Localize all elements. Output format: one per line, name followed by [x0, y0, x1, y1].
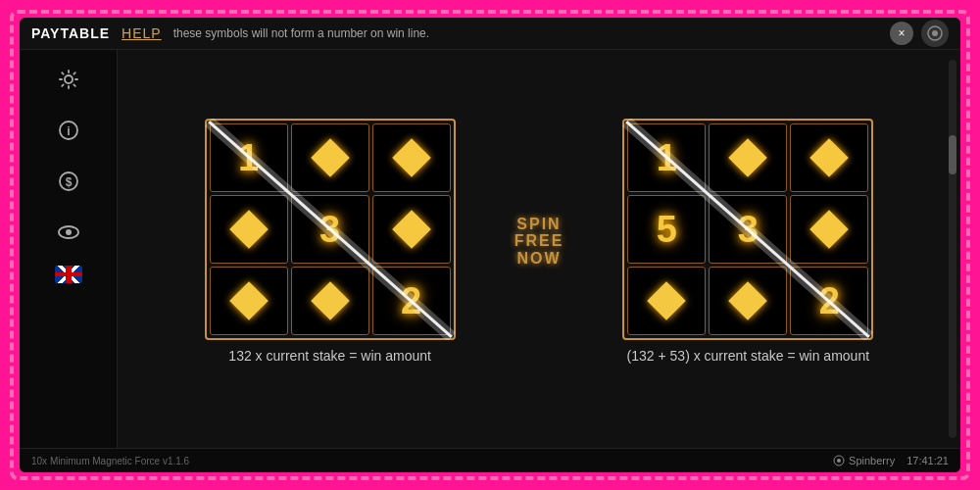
subtitle-text: these symbols will not form a number on …	[173, 26, 949, 40]
cell-1-1: 3	[291, 195, 369, 264]
diamond-icon	[729, 281, 768, 320]
scrollbar-thumb[interactable]	[949, 135, 956, 174]
svg-text:$: $	[65, 175, 72, 189]
cell-r2-0	[627, 267, 706, 335]
help-link[interactable]: HELP	[122, 25, 162, 41]
svg-point-1	[932, 30, 938, 36]
diamond-icon	[229, 281, 269, 320]
diamond-icon	[392, 210, 431, 249]
svg-text:i: i	[67, 124, 70, 138]
cell-0-2	[372, 123, 451, 192]
svg-point-8	[66, 229, 72, 235]
cell-2-2: 2	[372, 267, 451, 335]
cell-r2-2: 2	[790, 267, 868, 335]
cell-r0-0: 1	[627, 123, 706, 192]
left-grid-wrapper: 1	[205, 119, 456, 340]
sidebar: i $	[20, 50, 118, 448]
main-content: i $	[20, 50, 960, 448]
cell-0-0: 1	[210, 123, 288, 192]
spin-free-now: SPIN FREE NOW	[514, 216, 564, 268]
cell-r2-1	[709, 267, 787, 335]
outer-border: PAYTABLE HELP these symbols will not for…	[10, 10, 970, 480]
uk-flag-icon[interactable]	[55, 266, 82, 283]
cell-r0-2	[790, 123, 868, 192]
cell-2-1	[291, 267, 369, 335]
diamond-icon	[729, 138, 768, 177]
version-label: 10x Minimum Magnetic Force v1.1.6	[31, 456, 189, 466]
info-icon[interactable]: i	[51, 113, 86, 148]
scrollbar-track	[949, 60, 956, 438]
eye-icon[interactable]	[51, 215, 86, 250]
close-button[interactable]: ×	[890, 22, 913, 45]
dollar-icon[interactable]: $	[51, 164, 86, 199]
left-slot-grid: 1	[205, 119, 456, 340]
cell-r1-1: 3	[709, 195, 787, 264]
svg-point-2	[65, 75, 73, 83]
diamond-icon	[648, 281, 687, 320]
game-container: PAYTABLE HELP these symbols will not for…	[20, 18, 960, 472]
cell-0-1	[291, 123, 369, 192]
left-section: 1	[205, 119, 456, 364]
paytable-label: PAYTABLE	[31, 25, 110, 41]
diamond-icon	[229, 210, 269, 249]
cell-r1-0: 5	[627, 195, 706, 264]
svg-point-14	[837, 459, 841, 463]
top-bar: PAYTABLE HELP these symbols will not for…	[20, 18, 960, 50]
right-section: 1 5	[622, 119, 873, 364]
cell-1-2	[372, 195, 451, 264]
grids-row: 1	[205, 119, 874, 364]
diamond-icon	[311, 281, 350, 320]
gear-icon[interactable]	[51, 62, 86, 97]
spinberry-logo: Spinberry	[833, 455, 895, 466]
cell-2-0	[210, 267, 288, 335]
bottom-bar: 10x Minimum Magnetic Force v1.1.6 Spinbe…	[20, 448, 960, 472]
diamond-icon	[810, 210, 850, 249]
right-grid-wrapper: 1 5	[622, 119, 873, 340]
cell-r0-1	[709, 123, 787, 192]
center-content: 1	[118, 50, 960, 448]
right-slot-grid: 1 5	[622, 119, 873, 340]
diamond-icon	[392, 138, 431, 177]
left-formula: 132 x current stake = win amount	[228, 340, 431, 364]
cell-1-0	[210, 195, 288, 264]
right-formula: (132 + 53) x current stake = win amount	[627, 340, 869, 364]
time-label: 17:41:21	[906, 455, 949, 466]
eye-button-top[interactable]	[921, 20, 949, 47]
diamond-icon	[311, 138, 350, 177]
cell-r1-2	[790, 195, 868, 264]
bottom-right: Spinberry 17:41:21	[833, 455, 949, 466]
diamond-icon	[810, 138, 850, 177]
